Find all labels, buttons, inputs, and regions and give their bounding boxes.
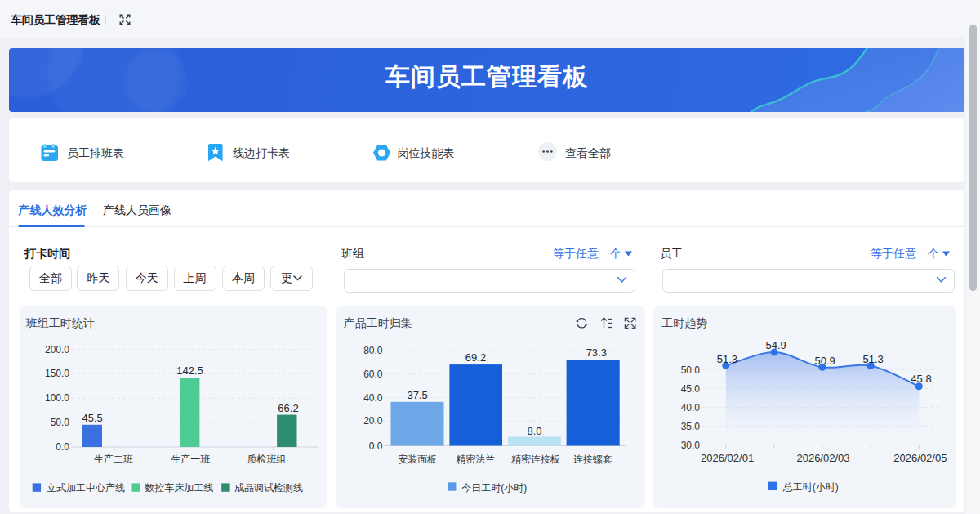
- svg-text:0.0: 0.0: [56, 441, 69, 453]
- svg-text:30.0: 30.0: [681, 440, 701, 451]
- svg-text:数控车床加工线: 数控车床加工线: [145, 482, 213, 494]
- svg-text:150.0: 150.0: [45, 368, 69, 379]
- svg-text:35.0: 35.0: [681, 421, 701, 432]
- svg-text:产品工时归集: 产品工时归集: [343, 316, 412, 329]
- svg-text:生产一班: 生产一班: [171, 454, 210, 465]
- svg-text:连接螺套: 连接螺套: [572, 454, 612, 465]
- svg-text:51.3: 51.3: [862, 353, 883, 365]
- svg-text:54.9: 54.9: [766, 339, 786, 351]
- svg-text:45.5: 45.5: [82, 412, 103, 424]
- svg-text:8.0: 8.0: [527, 425, 541, 437]
- svg-text:45.0: 45.0: [681, 383, 701, 395]
- svg-text:45.8: 45.8: [911, 373, 931, 385]
- svg-text:40.0: 40.0: [363, 392, 383, 404]
- svg-text:0.0: 0.0: [368, 440, 382, 452]
- svg-text:班组工时统计: 班组工时统计: [25, 316, 95, 329]
- svg-text:40.0: 40.0: [681, 402, 701, 413]
- svg-text:73.3: 73.3: [586, 346, 606, 359]
- svg-text:50.0: 50.0: [681, 364, 701, 376]
- svg-text:37.5: 37.5: [407, 389, 427, 401]
- svg-text:今日工时(小时): 今日工时(小时): [461, 482, 527, 494]
- svg-text:50.0: 50.0: [51, 417, 70, 428]
- svg-text:生产二班: 生产二班: [94, 454, 133, 465]
- svg-text:60.0: 60.0: [363, 369, 383, 380]
- svg-text:80.0: 80.0: [363, 345, 383, 356]
- svg-text:66.2: 66.2: [278, 402, 298, 414]
- svg-text:总工时(小时): 总工时(小时): [782, 481, 839, 493]
- svg-text:安装面板: 安装面板: [398, 454, 437, 465]
- svg-text:69.2: 69.2: [465, 351, 485, 364]
- svg-text:2026/02/01: 2026/02/01: [701, 452, 754, 464]
- svg-text:立式加工中心产线: 立式加工中心产线: [47, 482, 125, 494]
- svg-text:142.5: 142.5: [176, 364, 203, 377]
- svg-text:100.0: 100.0: [45, 392, 69, 404]
- svg-text:20.0: 20.0: [363, 415, 383, 427]
- svg-text:200.0: 200.0: [45, 344, 69, 355]
- svg-text:成品调试检测线: 成品调试检测线: [234, 482, 303, 494]
- svg-text:精密连接板: 精密连接板: [510, 454, 559, 465]
- svg-text:工时趋势: 工时趋势: [662, 316, 707, 329]
- svg-text:精密法兰: 精密法兰: [456, 454, 495, 465]
- svg-text:50.9: 50.9: [814, 355, 835, 367]
- svg-text:质检班组: 质检班组: [247, 454, 287, 465]
- svg-text:2026/02/03: 2026/02/03: [796, 452, 849, 464]
- svg-text:2026/02/05: 2026/02/05: [893, 452, 947, 464]
- svg-text:51.3: 51.3: [717, 353, 737, 365]
